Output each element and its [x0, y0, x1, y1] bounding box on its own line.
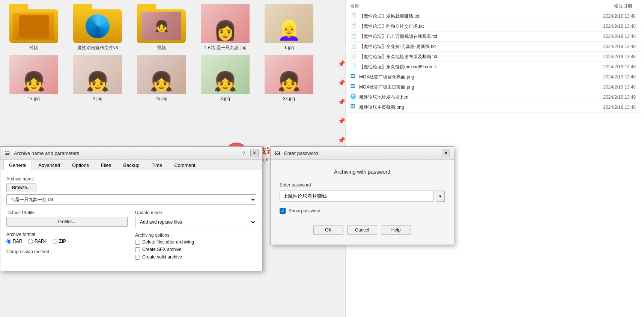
radio-zip[interactable]: ZIP: [53, 239, 66, 244]
folder-icon-duibi: [9, 4, 58, 43]
password-dropdown-button[interactable]: ▼: [436, 191, 445, 202]
tab-options[interactable]: Options: [66, 160, 95, 170]
html-icon-8: 🌐: [350, 93, 357, 101]
file-3jpg[interactable]: 👧 3.jpg: [195, 55, 255, 102]
checkbox-sfx-input[interactable]: [135, 247, 140, 252]
file-date-8: 2024/2/19 13:49: [579, 95, 639, 100]
checkbox-sfx[interactable]: Create SFX archive: [135, 247, 256, 252]
file-2x[interactable]: 👧 2x.jpg: [131, 55, 191, 102]
file-row-1[interactable]: 📄 【魔性论坛】的独立社交广场.txt 2024/2/19 13:48: [347, 21, 642, 32]
compression-label: Compression method: [6, 249, 128, 254]
file-2x-thumb: 👧: [137, 55, 186, 94]
file-row-0[interactable]: 📄 【魔性论坛】发帖就能赚钱.txt 2024/2/19 13:48: [347, 11, 642, 21]
file-date-5: 2024/2/19 13:48: [579, 64, 639, 69]
radio-rar-input[interactable]: [6, 239, 11, 244]
pin-icon-4[interactable]: 📌: [338, 117, 345, 125]
file-name-4: 【魔性论坛】永久地址发布页及邮箱.txt: [359, 54, 579, 60]
file-list-header: 名称 修改日期: [347, 2, 642, 11]
archiving-options-group: Archiving options Delete files after arc…: [135, 233, 256, 260]
profiles-button[interactable]: Profiles...: [6, 217, 128, 227]
checkbox-delete-files[interactable]: Delete files after archiving: [135, 239, 256, 245]
file-2x-label: 2x.jpg: [155, 96, 167, 102]
archive-close-button[interactable]: ✕: [250, 149, 259, 157]
file-1jpg-label: 1.jpg: [284, 45, 294, 51]
file-row-8[interactable]: 🌐 魔性论坛地址发布器.html 2024/2/19 13:49: [347, 92, 642, 102]
password-help-button[interactable]: Help: [381, 225, 411, 235]
file-row-7[interactable]: 🖼 MOX社交广场主页页面.png 2024/2/19 13:48: [347, 82, 642, 92]
tab-advanced[interactable]: Advanced: [33, 160, 66, 170]
img-icon-7: 🖼: [350, 83, 357, 91]
tab-time[interactable]: Time: [146, 160, 168, 170]
pin-icon-2[interactable]: 📌: [338, 79, 345, 86]
folder-duibi-label: 对比: [29, 45, 38, 51]
show-password-checkbox[interactable]: ✓: [280, 208, 286, 214]
archive-dialog-icon: 🗂: [4, 149, 12, 157]
folder-moxing[interactable]: 魔性论坛宣传文件v3: [68, 4, 128, 51]
pin-icon-1[interactable]: 📌: [338, 60, 345, 67]
file-date-0: 2024/2/19 13:48: [579, 14, 639, 19]
file-row-5[interactable]: 📄 【魔性论坛】永久链接moxing69.com.t... 2024/2/19 …: [347, 62, 642, 72]
file-row-6[interactable]: 🖼 MOX社交广场登录界面.png 2024/2/19 13:48: [347, 72, 642, 82]
txt-icon-4: 📄: [350, 53, 357, 60]
archive-dialog-title: Archive name and parameters: [14, 150, 240, 156]
password-input[interactable]: [280, 191, 433, 202]
password-close-button[interactable]: ✕: [442, 149, 450, 157]
update-mode-select[interactable]: Add and replace files: [135, 217, 256, 227]
txt-icon-2: 📄: [350, 33, 357, 40]
pin-icon-5[interactable]: 📌: [338, 137, 345, 144]
img-icon-6: 🖼: [350, 73, 357, 81]
file-1jpg[interactable]: 👱‍♀️ 1.jpg: [259, 4, 319, 51]
file-row-9[interactable]: 🖼 魔性论坛主页截图.png 2024/2/19 13:48: [347, 102, 642, 113]
file-name-7: MOX社交广场主页页面.png: [359, 84, 579, 90]
file-row-4[interactable]: 📄 【魔性论坛】永久地址发布页及邮箱.txt 2024/2/19 13:48: [347, 52, 642, 62]
folder-duibi[interactable]: 对比: [4, 4, 64, 51]
file-3x[interactable]: 👧 3x.jpg: [259, 55, 319, 102]
archiving-with-password-label: Archiving with password: [280, 169, 445, 175]
folder-moxing-label: 魔性论坛宣传文件v3: [77, 45, 118, 51]
file-1x-label: 1x.jpg: [28, 96, 40, 102]
archive-help-button[interactable]: ?: [242, 150, 245, 156]
file-name-3: 【魔性论坛】全免费-无套路-更新快.txt: [359, 44, 579, 50]
checkbox-solid-input[interactable]: [135, 255, 140, 260]
file-2jpg[interactable]: 👧 2.jpg: [68, 55, 128, 102]
folder-video[interactable]: 👧 视频: [131, 4, 191, 51]
tab-comment[interactable]: Comment: [169, 160, 201, 170]
archive-name-label: Archive name: [6, 176, 256, 182]
archive-name-group: Archive name Browse... 4.是一只九龄一期.rar: [6, 176, 256, 205]
file-date-2: 2024/2/19 13:48: [579, 34, 639, 39]
archive-name-select[interactable]: 4.是一只九龄一期.rar: [6, 194, 256, 205]
file-date-6: 2024/2/19 13:48: [579, 74, 639, 80]
password-ok-button[interactable]: OK: [313, 225, 343, 235]
img-icon-9: 🖼: [350, 104, 357, 111]
tab-backup[interactable]: Backup: [117, 160, 145, 170]
radio-zip-input[interactable]: [53, 239, 57, 244]
radio-rar[interactable]: RAR: [6, 239, 22, 244]
file-bstation-img[interactable]: 👩 1.B站-是一只九龄.jpg: [195, 4, 255, 51]
file-name-0: 【魔性论坛】发帖就能赚钱.txt: [359, 13, 579, 20]
default-profile-label: Default Profile: [6, 210, 128, 215]
file-name-2: 【魔性论坛】几十万部视频在线观看.txt: [359, 33, 579, 40]
folder-icon-video: 👧: [137, 4, 186, 43]
file-row-2[interactable]: 📄 【魔性论坛】几十万部视频在线观看.txt 2024/2/19 13:48: [347, 32, 642, 42]
tab-files[interactable]: Files: [95, 160, 117, 170]
archive-dialog-titlebar: 🗂 Archive name and parameters ? ✕: [0, 147, 262, 160]
archive-dialog-content: Archive name Browse... 4.是一只九龄一期.rar Def…: [0, 170, 262, 271]
update-mode-group: Update mode Add and replace files: [135, 210, 256, 227]
file-1jpg-thumb: 👱‍♀️: [265, 4, 313, 43]
default-profile-group: Default Profile Profiles...: [6, 210, 128, 227]
tab-general[interactable]: General: [3, 160, 32, 170]
checkbox-solid[interactable]: Create solid archive: [135, 254, 256, 260]
password-cancel-button[interactable]: Cancel: [347, 225, 377, 235]
archive-format-group: Archive format RAR RAR4 ZIP: [6, 232, 128, 244]
pin-icon-3[interactable]: 📌: [338, 98, 345, 105]
file-row-3[interactable]: 📄 【魔性论坛】全免费-无套路-更新快.txt 2024/2/19 13:48: [347, 42, 642, 52]
file-1x[interactable]: 👧 1x.jpg: [4, 55, 64, 102]
checkbox-delete-files-input[interactable]: [135, 240, 140, 245]
file-name-9: 魔性论坛主页截图.png: [359, 104, 579, 111]
radio-rar4-input[interactable]: [28, 239, 33, 244]
file-bstation-thumb: 👩: [201, 4, 250, 43]
radio-rar4[interactable]: RAR4: [28, 239, 47, 244]
browse-button[interactable]: Browse...: [6, 183, 36, 192]
password-dialog-titlebar: 🗂 Enter password ✕: [271, 147, 454, 160]
txt-icon-3: 📄: [350, 43, 357, 50]
